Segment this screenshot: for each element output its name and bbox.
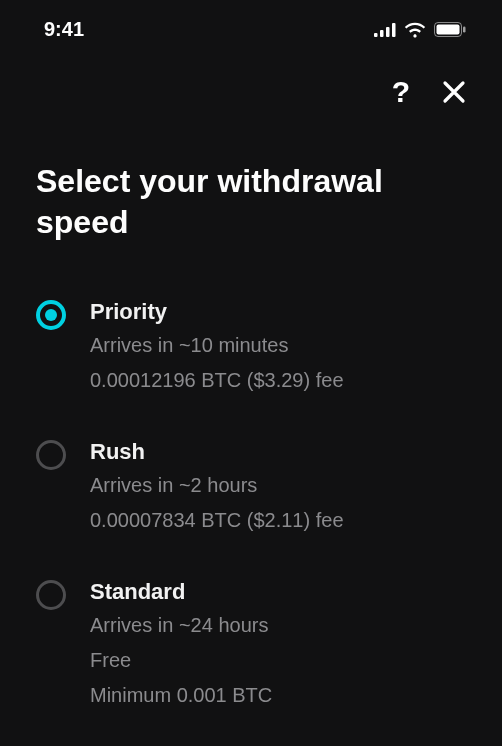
radio-selected-icon (36, 300, 66, 330)
status-bar: 9:41 (0, 0, 502, 51)
cellular-signal-icon (374, 23, 396, 37)
speed-options-list: Priority Arrives in ~10 minutes 0.000121… (36, 299, 466, 710)
svg-rect-5 (437, 25, 460, 35)
status-indicators (374, 22, 466, 38)
option-title: Standard (90, 579, 272, 605)
option-fee: Free (90, 646, 272, 675)
option-arrival: Arrives in ~2 hours (90, 471, 344, 500)
status-time: 9:41 (44, 18, 84, 41)
option-title: Rush (90, 439, 344, 465)
radio-unselected-icon (36, 440, 66, 470)
close-button[interactable] (442, 80, 466, 104)
svg-rect-0 (374, 33, 378, 37)
svg-rect-3 (392, 23, 396, 37)
top-actions: ? (0, 51, 502, 107)
help-button[interactable]: ? (392, 77, 410, 107)
option-fee: 0.00012196 BTC ($3.29) fee (90, 366, 344, 395)
option-priority[interactable]: Priority Arrives in ~10 minutes 0.000121… (36, 299, 466, 395)
wifi-icon (404, 22, 426, 38)
option-body: Standard Arrives in ~24 hours Free Minim… (90, 579, 272, 710)
svg-rect-2 (386, 27, 390, 37)
radio-unselected-icon (36, 580, 66, 610)
option-arrival: Arrives in ~24 hours (90, 611, 272, 640)
option-standard[interactable]: Standard Arrives in ~24 hours Free Minim… (36, 579, 466, 710)
option-title: Priority (90, 299, 344, 325)
option-fee: 0.00007834 BTC ($2.11) fee (90, 506, 344, 535)
option-body: Priority Arrives in ~10 minutes 0.000121… (90, 299, 344, 395)
svg-rect-1 (380, 30, 384, 37)
content: Select your withdrawal speed Priority Ar… (0, 107, 502, 710)
svg-rect-6 (463, 27, 466, 33)
option-rush[interactable]: Rush Arrives in ~2 hours 0.00007834 BTC … (36, 439, 466, 535)
option-body: Rush Arrives in ~2 hours 0.00007834 BTC … (90, 439, 344, 535)
page-title: Select your withdrawal speed (36, 161, 466, 243)
battery-icon (434, 22, 466, 37)
option-arrival: Arrives in ~10 minutes (90, 331, 344, 360)
close-icon (442, 80, 466, 104)
option-minimum: Minimum 0.001 BTC (90, 681, 272, 710)
